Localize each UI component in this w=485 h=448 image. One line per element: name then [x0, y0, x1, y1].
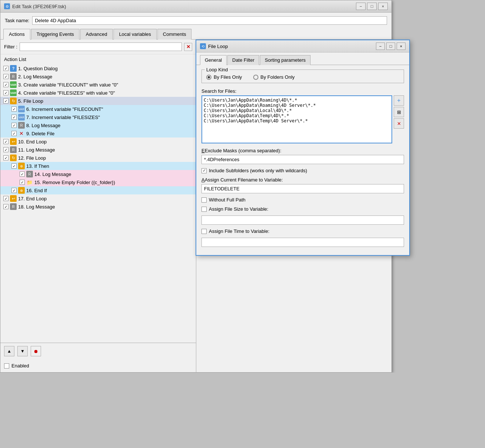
radio-files-circle [206, 75, 211, 80]
enabled-checkbox[interactable] [4, 363, 9, 369]
dialog-body: Loop Kind By Files Only By Folders Only … [196, 65, 409, 255]
tab-local-variables[interactable]: Local variables [113, 29, 157, 40]
exclude-masks-input[interactable] [201, 155, 404, 164]
item-checkbox[interactable]: ✓ [3, 155, 9, 160]
exclude-label-underline: E [201, 148, 205, 153]
item-label: 5. File Loop [18, 98, 43, 104]
filter-input[interactable] [20, 43, 182, 51]
exclude-label: EExclude Masks (comma separated): [201, 148, 404, 153]
radio-folders-label: By Folders Only [261, 74, 295, 80]
increment-icon: VAR [18, 106, 25, 112]
item-label: 10. End Loop [18, 139, 47, 145]
assign-filesize-label: Assign File Size to Variable: [209, 206, 268, 212]
item-checkbox[interactable]: ✓ [11, 163, 17, 169]
list-item[interactable]: ✓ R 11. Log Message [0, 146, 196, 154]
dialog-title-bar: ⟲ File Loop − □ × [196, 40, 409, 52]
task-name-input[interactable] [32, 16, 387, 25]
assign-filename-label: AAssign Current Filename to Variable: [201, 177, 404, 183]
dialog-controls: − □ × [376, 43, 406, 50]
without-full-path-checkbox[interactable] [201, 197, 207, 203]
list-item[interactable]: ✓ ↻ 5. File Loop [0, 97, 196, 105]
close-button[interactable]: × [378, 3, 388, 10]
record-button[interactable]: ⏺ [31, 346, 41, 356]
radio-folders-only[interactable]: By Folders Only [253, 74, 295, 80]
endloop2-icon: ↩ [10, 195, 17, 202]
item-checkbox[interactable]: ✓ [3, 196, 9, 201]
dialog-close-button[interactable]: × [397, 43, 406, 50]
list-item[interactable]: ✓ ✕ 9. Delete File [0, 129, 196, 138]
item-checkbox[interactable]: ✓ [3, 147, 9, 152]
tab-triggering-events[interactable]: Triggering Events [31, 29, 79, 40]
dialog-minimize-button[interactable]: − [376, 43, 385, 50]
assign-filesize-checkbox[interactable] [201, 207, 207, 212]
item-checkbox[interactable]: ✓ [3, 66, 9, 71]
item-label: 15. Remove Empty Folder ({c_folder}) [34, 180, 115, 185]
item-checkbox[interactable]: ✓ [11, 123, 17, 128]
tab-sorting-parameters[interactable]: Sorting parameters [260, 55, 311, 65]
left-panel: Filter : ✕ Action List ✓ ? 1. Question D… [0, 40, 196, 372]
item-checkbox[interactable]: ✓ [3, 98, 9, 103]
dialog-maximize-button[interactable]: □ [386, 43, 395, 50]
list-item[interactable]: ✓ R 14. Log Message [0, 170, 196, 178]
item-label: 17. End Loop [18, 196, 47, 201]
item-checkbox[interactable]: ✓ [3, 90, 9, 95]
item-checkbox[interactable]: ✓ [11, 131, 17, 136]
maximize-button[interactable]: □ [367, 3, 377, 10]
assign-filesize-input[interactable] [201, 215, 404, 225]
add-file-button[interactable]: + [394, 95, 404, 106]
list-item[interactable]: ✓ ↻ 12. File Loop [0, 154, 196, 162]
tab-advanced[interactable]: Advanced [80, 29, 113, 40]
loop-kind-group: Loop Kind By Files Only By Folders Only [201, 69, 404, 83]
list-item[interactable]: ✓ R 2. Log Message [0, 72, 196, 81]
item-checkbox[interactable]: ✓ [11, 106, 17, 112]
remove-file-button[interactable]: ✕ [394, 118, 404, 129]
search-files-buttons: + ⊞ ✕ [394, 95, 404, 143]
tab-date-filter[interactable]: Date Filter [227, 55, 259, 65]
item-checkbox[interactable]: ✓ [11, 115, 17, 120]
list-item[interactable]: ✓ ? 1. Question Dialog [0, 64, 196, 72]
add-nested-button[interactable]: ⊞ [394, 107, 404, 117]
item-checkbox[interactable]: ✓ [20, 172, 25, 177]
record-icon: ⏺ [34, 349, 38, 354]
move-down-button[interactable]: ▼ [17, 346, 28, 356]
item-label: 18. Log Message [18, 204, 55, 210]
radio-files-only[interactable]: By Files Only [206, 74, 242, 80]
list-item[interactable]: ✓ ↩ 17. End Loop [0, 194, 196, 203]
list-item[interactable]: ✓ ⊕ 13. If Then [0, 162, 196, 170]
list-item[interactable]: ✓ VAR 3. Create variable "FILECOUNT" wit… [0, 81, 196, 89]
list-item[interactable]: ✓ VAR 4. Create variable "FILESIZES" wit… [0, 89, 196, 97]
list-item[interactable]: ✓ R 8. Log Message [0, 121, 196, 129]
list-item[interactable]: ✓ ⊕ 16. End If [0, 186, 196, 194]
item-checkbox[interactable]: ✓ [11, 188, 17, 193]
list-item[interactable]: ✓ 📁 15. Remove Empty Folder ({c_folder}) [0, 178, 196, 186]
assign-filetime-checkbox[interactable] [201, 229, 207, 234]
item-checkbox[interactable]: ✓ [3, 204, 9, 209]
app-icon: ⚙ [4, 3, 10, 9]
tab-actions[interactable]: Actions [3, 29, 30, 40]
assign-filename-input[interactable] [201, 184, 404, 193]
search-files-textarea[interactable]: C:\Users\Jan\AppData\Roaming\4D\*.* C:\U… [201, 95, 392, 143]
minimize-button[interactable]: − [356, 3, 366, 10]
log4-icon: R [26, 171, 33, 177]
list-item[interactable]: ✓ R 18. Log Message [0, 203, 196, 211]
log5-icon: R [10, 203, 17, 210]
item-label: 7. Increment variable "FILESIZES" [26, 115, 100, 120]
move-up-button[interactable]: ▲ [4, 346, 14, 356]
filter-clear-button[interactable]: ✕ [184, 43, 192, 51]
item-checkbox[interactable]: ✓ [3, 82, 9, 87]
list-item[interactable]: ✓ VAR 7. Increment variable "FILESIZES" [0, 113, 196, 121]
list-item[interactable]: ✓ VAR 6. Increment variable "FILECOUNT" [0, 105, 196, 113]
tab-comments[interactable]: Comments [157, 29, 192, 40]
tab-general[interactable]: General [200, 55, 227, 65]
delete-file-icon: ✕ [18, 130, 25, 137]
tabs-row: Actions Triggering Events Advanced Local… [0, 28, 391, 40]
item-checkbox[interactable]: ✓ [3, 139, 9, 144]
item-label: 4. Create variable "FILESIZES" with valu… [18, 90, 115, 96]
include-subfolders-checkbox[interactable] [201, 168, 207, 173]
item-checkbox[interactable]: ✓ [3, 74, 9, 79]
window-title: Edit Task (3FE26E9F.tsk) [12, 4, 66, 9]
assign-filesize-row: Assign File Size to Variable: [201, 206, 404, 212]
list-item[interactable]: ✓ ↩ 10. End Loop [0, 138, 196, 146]
item-checkbox[interactable]: ✓ [20, 180, 25, 185]
assign-filetime-input[interactable] [201, 238, 404, 247]
